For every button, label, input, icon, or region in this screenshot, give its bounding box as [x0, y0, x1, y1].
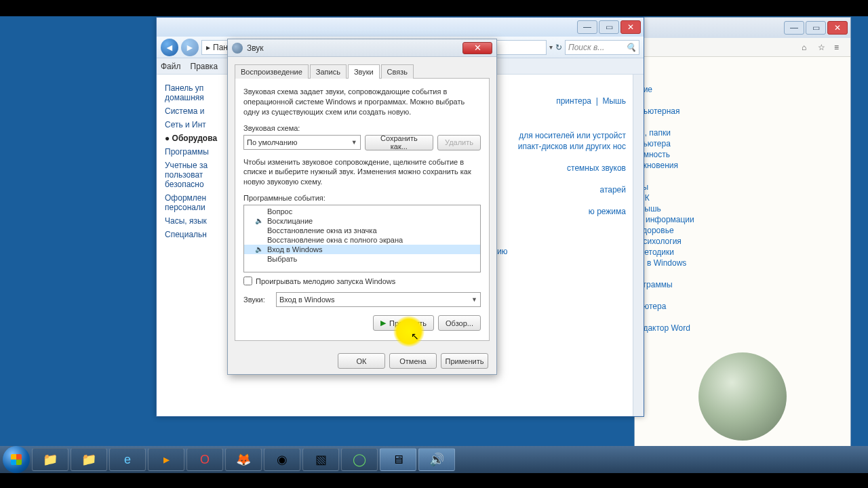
bg-maximize[interactable]: ▭	[806, 21, 826, 35]
start-button[interactable]	[3, 446, 30, 473]
sound-icon	[232, 43, 243, 54]
nav-forward-button[interactable]: ►	[181, 39, 199, 56]
task-sound[interactable]: 🔊	[418, 448, 455, 471]
play-startup-sound-checkbox[interactable]: Проигрывать мелодию запуска Windows	[243, 277, 481, 285]
minimize-button[interactable]: —	[577, 20, 597, 34]
sound-dialog: Звук ✕ ВоспроизведениеЗаписьЗвукиСвязь З…	[227, 39, 497, 375]
cursor-icon: ↖	[411, 331, 419, 342]
task-opera[interactable]: O	[186, 448, 223, 471]
task-firefox[interactable]: 🦊	[225, 448, 262, 471]
task-explorer[interactable]: 📁	[32, 448, 68, 471]
delete-scheme-button[interactable]: Удалить	[437, 135, 481, 150]
tab-Звуки[interactable]: Звуки	[348, 64, 380, 79]
event-item[interactable]: 🔈Восклицание	[244, 216, 480, 226]
task-ie[interactable]: e	[109, 448, 146, 471]
events-label: Программные события:	[243, 194, 481, 202]
star-icon[interactable]: ☆	[818, 43, 827, 52]
ok-button[interactable]: ОК	[338, 353, 385, 369]
dialog-close-button[interactable]: ✕	[462, 42, 492, 54]
task-chrome[interactable]: ◉	[264, 448, 300, 471]
maximize-button[interactable]: ▭	[599, 20, 619, 34]
event-item[interactable]: Выбрать	[244, 254, 480, 264]
task-app1[interactable]: ▧	[302, 448, 339, 471]
browse-button[interactable]: Обзор...	[438, 315, 481, 331]
home-icon[interactable]: ⌂	[802, 43, 811, 52]
sound-assigned-icon: 🔈	[255, 217, 262, 224]
close-button[interactable]: ✕	[620, 20, 641, 34]
sound-file-select[interactable]: Вход в Windows	[276, 292, 481, 307]
task-wmp[interactable]: ▸	[148, 448, 184, 471]
event-item[interactable]: Восстановление окна с полного экрана	[244, 235, 480, 245]
webcam-overlay	[698, 352, 787, 441]
sound-assigned-icon: 🔈	[255, 245, 262, 253]
taskbar[interactable]: 📁 📁 e ▸ O 🦊 ◉ ▧ ◯ 🖥 🔊	[0, 446, 868, 473]
link-printer[interactable]: принтера	[556, 96, 591, 106]
event-item[interactable]: Вопрос	[244, 207, 480, 216]
task-panel[interactable]: 🖥	[380, 448, 416, 471]
tab-Запись[interactable]: Запись	[310, 64, 347, 79]
bg-close[interactable]: ✕	[827, 21, 848, 35]
search-input[interactable]: Поиск в... 🔍	[565, 40, 639, 55]
scrollbar[interactable]	[633, 75, 644, 416]
cancel-button[interactable]: Отмена	[389, 353, 437, 369]
help-text: Чтобы изменить звуковое сопровождение, щ…	[243, 157, 481, 188]
event-item[interactable]: 🔈Вход в Windows	[244, 245, 480, 254]
tab-Связь[interactable]: Связь	[381, 64, 414, 79]
program-events-list[interactable]: Вопрос🔈ВосклицаниеВосстановление окна из…	[243, 205, 481, 272]
save-scheme-button[interactable]: Сохранить как...	[365, 135, 433, 150]
intro-text: Звуковая схема задает звуки, сопровождаю…	[243, 87, 481, 117]
nav-back-button[interactable]: ◄	[161, 39, 178, 56]
event-item[interactable]: Восстановление окна из значка	[244, 226, 480, 235]
scheme-label: Звуковая схема:	[243, 124, 481, 132]
sounds-label: Звуки:	[243, 296, 272, 304]
test-sound-button[interactable]: Проверить	[373, 315, 434, 331]
task-explorer2[interactable]: 📁	[71, 448, 107, 471]
task-app2[interactable]: ◯	[341, 448, 378, 471]
apply-button[interactable]: Применить	[441, 353, 488, 369]
bg-minimize[interactable]: —	[784, 21, 804, 35]
tab-Воспроизведение[interactable]: Воспроизведение	[235, 64, 309, 79]
dialog-title: Звук	[247, 43, 462, 53]
sound-scheme-select[interactable]: По умолчанию	[243, 135, 361, 150]
menu-icon[interactable]: ≡	[834, 43, 844, 52]
link-mouse[interactable]: Мышь	[603, 96, 627, 106]
tab-strip: ВоспроизведениеЗаписьЗвукиСвязь	[228, 57, 496, 78]
